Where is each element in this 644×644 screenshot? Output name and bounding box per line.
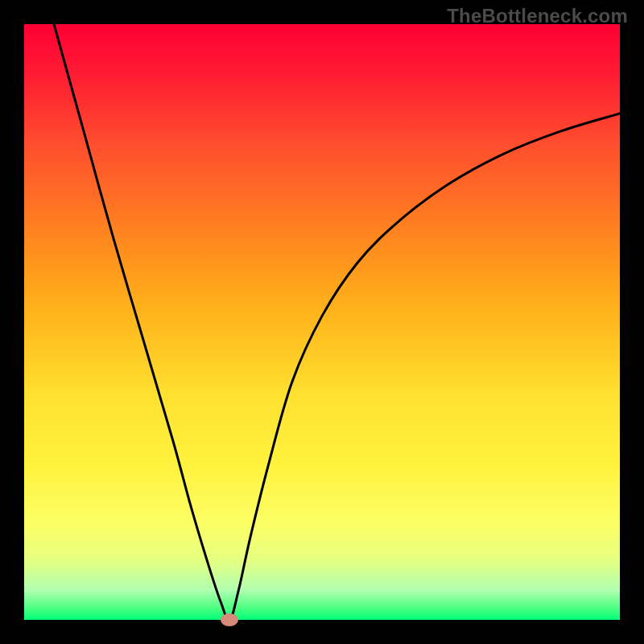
bottleneck-curve — [24, 24, 620, 620]
plot-area — [24, 24, 620, 620]
watermark-text: TheBottleneck.com — [447, 5, 628, 27]
chart-frame: TheBottleneck.com — [0, 0, 644, 644]
minimum-marker — [221, 613, 238, 626]
